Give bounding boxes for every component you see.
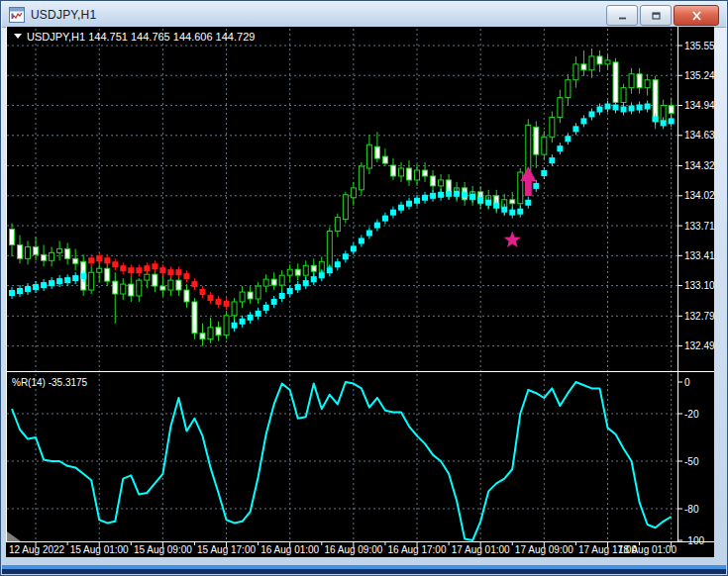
svg-text:133.715: 133.715 [684,221,714,232]
restore-button[interactable] [640,5,672,26]
chart-window: USDJPY,H1 135.550135.245134.940134.6351 [0,0,728,576]
svg-text:134.020: 134.020 [684,190,714,201]
svg-text:%R(14) -35.3175: %R(14) -35.3175 [12,377,88,388]
close-icon [691,11,702,21]
svg-text:15 Aug 09:00: 15 Aug 09:00 [134,544,192,555]
svg-text:0: 0 [684,377,690,388]
restore-icon [651,11,662,21]
price-chart[interactable]: 135.550135.245134.940134.635134.325134.0… [6,27,714,557]
svg-text:132.795: 132.795 [684,311,714,322]
svg-text:132.490: 132.490 [684,340,714,351]
chart-canvas[interactable]: 135.550135.245134.940134.635134.325134.0… [6,27,714,557]
svg-text:-50: -50 [684,456,699,467]
svg-text:15 Aug 01:00: 15 Aug 01:00 [70,544,129,555]
svg-text:16 Aug 09:00: 16 Aug 09:00 [324,544,382,555]
svg-text:133.105: 133.105 [684,280,714,291]
window-frame-bottom [2,569,726,574]
svg-text:134.635: 134.635 [684,130,714,141]
svg-text:12 Aug 2022: 12 Aug 2022 [9,544,65,555]
svg-text:133.410: 133.410 [684,250,714,261]
svg-text:135.245: 135.245 [684,70,714,81]
minimize-button[interactable] [606,5,638,26]
close-button[interactable] [674,5,719,26]
svg-text:16 Aug 01:00: 16 Aug 01:00 [260,544,319,555]
title-bar[interactable]: USDJPY,H1 [2,2,726,28]
svg-text:15 Aug 17:00: 15 Aug 17:00 [197,544,256,555]
svg-text:17 Aug 01:00: 17 Aug 01:00 [452,544,510,555]
window-title: USDJPY,H1 [31,8,96,22]
svg-text:-100: -100 [684,535,704,546]
svg-text:134.325: 134.325 [684,160,714,171]
chart-window-icon[interactable] [9,7,25,23]
svg-text:-80: -80 [684,504,699,515]
svg-text:-20: -20 [684,409,699,420]
minimize-icon [617,11,628,21]
svg-text:134.940: 134.940 [684,100,714,111]
svg-text:18 Aug 01:00: 18 Aug 01:00 [618,544,676,555]
svg-text:17 Aug 09:00: 17 Aug 09:00 [515,544,573,555]
svg-text:USDJPY,H1 144.751 144.765 144.: USDJPY,H1 144.751 144.765 144.606 144.72… [27,31,255,43]
svg-text:16 Aug 17:00: 16 Aug 17:00 [388,544,447,555]
svg-text:135.550: 135.550 [684,41,714,51]
